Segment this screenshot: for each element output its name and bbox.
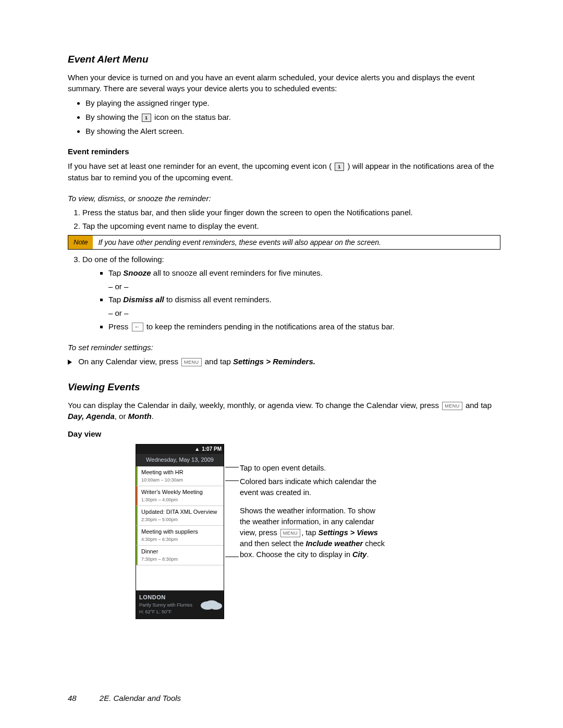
weather-panel: LONDON Partly Sunny with Flurries H: 62°… [136,590,224,619]
event-time: 2:30pm – 5:00pm [139,516,221,523]
event-color-bar [136,506,138,525]
event-title: Meeting with HR [139,468,221,477]
heading-event-reminders: Event reminders [68,146,500,157]
text: icon on the status bar. [154,113,231,121]
set-reminder-step: On any Calendar view, press and tap Sett… [68,356,500,367]
manual-page: Event Alert Menu When your device is tur… [0,0,563,728]
sub-options: Tap Dismiss all to dismiss all event rem… [82,294,500,305]
event-color-bar [136,486,138,505]
text: , or [115,412,128,421]
event-color-bar [136,526,138,545]
calendar-event-row: Dinner7:30pm – 8:30pm [136,546,224,565]
heading-viewing-events: Viewing Events [68,380,500,394]
phone-screenshot: ▲ 1:07 PM Wednesday, May 13, 2009 Meetin… [136,444,224,619]
steps-list: Do one of the following: Tap Snooze all … [68,254,500,332]
phone-date-header: Wednesday, May 13, 2009 [136,454,224,466]
event-time: 10:00am – 10:30am [139,477,221,484]
viewing-events-intro: You can display the Calendar in daily, w… [68,400,500,423]
event-time: 7:30pm – 8:30pm [139,556,221,563]
text: and tap [463,401,492,410]
reminders-paragraph: If you have set at least one reminder fo… [68,161,500,183]
text: and then select the [240,539,306,548]
menu-key-icon [442,402,462,410]
text: Dismiss all [123,295,164,304]
status-time: 1:07 PM [202,446,222,453]
sub-options: Tap Snooze all to snooze all event remin… [82,267,500,279]
upcoming-event-icon [335,163,344,171]
text: You can display the Calendar in daily, w… [68,401,441,410]
menu-key-icon [280,529,301,537]
event-list: Meeting with HR10:00am – 10:30amWriter's… [136,466,224,565]
weather-city: LONDON [139,594,192,602]
chapter-title: 2E. Calendar and Tools [100,694,181,702]
callout: Tap to open event details. [240,463,326,474]
text: and tap [203,357,233,366]
text: Month [128,412,152,421]
event-color-bar [136,546,138,565]
steps-list: Press the status bar, and then slide you… [68,207,500,232]
step: Do one of the following: Tap Snooze all … [82,254,500,332]
phone-status-bar: ▲ 1:07 PM [136,445,224,454]
page-footer: 48 2E. Calendar and Tools [68,693,181,704]
back-key-icon [132,323,143,331]
text: all to snooze all event reminders for fi… [151,268,323,277]
calendar-alert-icon [142,114,151,122]
or-separator: – or – [108,307,500,319]
event-title: Updated: DITA XML Overview [139,508,221,516]
calendar-event-row: Writer's Weekly Meeting1:30pm – 4:00pm [136,486,224,506]
text: If you have set at least one reminder fo… [68,162,332,170]
text: to keep the reminders pending in the not… [144,322,395,331]
list-item: Tap Snooze all to snooze all event remin… [108,267,500,279]
cloud-icon [205,600,218,609]
or-separator: – or – [108,281,500,292]
text: By showing the [85,113,139,121]
text: Press [108,322,131,331]
text: . [152,412,154,421]
text: On any Calendar view, press [78,357,180,366]
event-title: Writer's Weekly Meeting [139,488,221,497]
list-item: Tap Dismiss all to dismiss all event rem… [108,294,500,305]
heading-event-alert-menu: Event Alert Menu [68,52,500,67]
note-box: Note If you have other pending event rem… [68,235,500,250]
text: Do one of the following: [82,255,164,264]
empty-area [136,565,224,590]
task-heading-set-reminder: To set reminder settings: [68,342,500,353]
list-item: Press to keep the reminders pending in t… [108,321,500,332]
leader-line [225,480,239,481]
callout-column: Tap to open event details. Colored bars … [240,444,386,619]
calendar-event-row: Meeting with HR10:00am – 10:30am [136,466,224,486]
text: , tap [301,528,318,537]
alert-methods-list: By playing the assigned ringer type. By … [68,97,500,137]
weather-high-low: H: 62°F L: 50°F [139,609,192,615]
menu-key-icon [181,358,202,366]
text: to dismiss all event reminders. [164,295,272,304]
text: Day, Agenda [68,412,115,421]
calendar-event-row: Meeting with suppliers4:30pm – 6:30pm [136,526,224,546]
triangle-bullet-icon [68,360,72,365]
heading-day-view: Day view [68,428,500,440]
callout: Shows the weather information. To show t… [240,505,386,560]
list-item: By showing the Alert screen. [85,126,500,137]
text: City [352,550,366,559]
list-item: By playing the assigned ringer type. [85,97,500,109]
calendar-event-row: Updated: DITA XML Overview2:30pm – 5:00p… [136,506,224,526]
callout: Colored bars indicate which calendar the… [240,476,386,498]
sub-options: Press to keep the reminders pending in t… [82,321,500,332]
leader-line [225,467,239,467]
step: Press the status bar, and then slide you… [82,207,500,218]
text: Tap [108,295,123,304]
weather-condition: Partly Sunny with Flurries [139,602,192,609]
text: Include weather [306,539,363,548]
step: Tap the upcoming event name to display t… [82,220,500,232]
note-text: If you have other pending event reminder… [93,236,386,249]
event-title: Dinner [139,548,221,556]
page-number: 48 [68,694,77,702]
intro-paragraph: When your device is turned on and you ha… [68,72,500,95]
leader-line [225,557,239,557]
list-item: By showing the icon on the status bar. [85,112,500,123]
event-color-bar [136,466,138,486]
text: Snooze [123,268,151,277]
text: Tap [108,268,123,277]
event-time: 4:30pm – 6:30pm [139,536,221,543]
text: . [366,550,369,559]
